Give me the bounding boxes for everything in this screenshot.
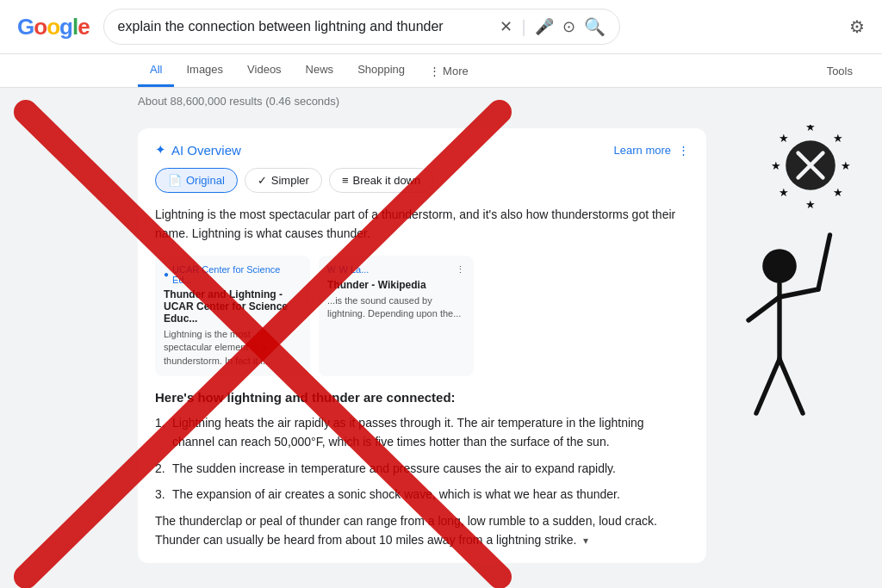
steps-list: Lightning heats the air rapidly as it pa… xyxy=(155,413,689,504)
svg-text:★: ★ xyxy=(805,199,816,211)
check-icon: ✓ xyxy=(258,174,267,187)
svg-text:★: ★ xyxy=(833,187,843,199)
how-connected-heading: Here's how lightning and thunder are con… xyxy=(155,390,689,405)
ucar-favicon: ● xyxy=(164,269,169,279)
svg-line-16 xyxy=(818,235,830,289)
svg-line-18 xyxy=(756,359,780,413)
chip-break-it-down[interactable]: ≡ Break it down xyxy=(329,168,433,193)
svg-text:★: ★ xyxy=(841,160,851,172)
svg-line-14 xyxy=(748,297,780,320)
source-cards: ● UCAR Center for Science Ed... Thunder … xyxy=(155,256,689,376)
source-title-wiki: Thunder - Wikipedia xyxy=(327,279,465,291)
chip-original[interactable]: 📄 Original xyxy=(155,168,238,193)
svg-text:★: ★ xyxy=(779,133,789,145)
svg-text:★: ★ xyxy=(805,125,816,133)
tab-more[interactable]: ⋮ More xyxy=(417,56,481,86)
microphone-icon[interactable]: 🎤 xyxy=(535,17,554,36)
stick-figure-area: ★ ★ ★ ★ ★ ★ ★ ★ xyxy=(701,103,873,491)
step-3: The expansion of air creates a sonic sho… xyxy=(155,485,689,504)
more-dots-icon: ⋮ xyxy=(429,65,440,77)
source-desc-ucar: Lightning is the most spectacular elemen… xyxy=(164,328,301,368)
step-1: Lightning heats the air rapidly as it pa… xyxy=(155,413,689,452)
ai-overview-card: ✦ AI Overview Learn more ⋮ 📄 Original ✓ … xyxy=(138,128,706,563)
ai-intro-text: Lightning is the most spectacular part o… xyxy=(155,205,689,244)
tab-shopping[interactable]: Shopping xyxy=(345,54,417,87)
source-card-ucar[interactable]: ● UCAR Center for Science Ed... Thunder … xyxy=(155,256,310,376)
ai-overview-header: ✦ AI Overview Learn more ⋮ xyxy=(155,142,689,158)
filter-chips: 📄 Original ✓ Simpler ≡ Break it down xyxy=(155,168,689,193)
tab-images[interactable]: Images xyxy=(174,54,235,87)
more-icon-wiki[interactable]: ⋮ xyxy=(456,264,465,275)
search-input[interactable] xyxy=(118,19,492,34)
svg-point-13 xyxy=(762,249,797,283)
list-icon: ≡ xyxy=(342,174,349,187)
source-domain-ucar: ● UCAR Center for Science Ed... xyxy=(164,264,301,285)
ai-learn-more[interactable]: Learn more ⋮ xyxy=(614,144,689,157)
search-icons: ✕ | 🎤 ⊙ 🔍 xyxy=(500,16,605,37)
svg-text:★: ★ xyxy=(771,160,781,172)
svg-line-15 xyxy=(780,289,818,297)
expand-bottom-icon[interactable]: ▾ xyxy=(583,535,588,547)
source-title-ucar: Thunder and Lightning - UCAR Center for … xyxy=(164,288,301,325)
chip-simpler[interactable]: ✓ Simpler xyxy=(245,168,322,193)
google-logo: Google xyxy=(17,14,90,40)
svg-text:★: ★ xyxy=(779,187,789,199)
tab-videos[interactable]: Videos xyxy=(235,54,294,87)
source-domain-wiki: W W La... ⋮ xyxy=(327,264,465,275)
more-label: More xyxy=(443,65,469,77)
tab-news[interactable]: News xyxy=(294,54,346,87)
doc-icon: 📄 xyxy=(168,174,182,187)
svg-line-19 xyxy=(780,359,803,413)
source-card-wiki[interactable]: W W La... ⋮ Thunder - Wikipedia ...is th… xyxy=(319,256,474,376)
search-bar[interactable]: ✕ | 🎤 ⊙ 🔍 xyxy=(103,9,620,45)
bottom-text: The thunderclap or peal of thunder can r… xyxy=(155,511,689,550)
ai-star-icon: ✦ xyxy=(155,142,166,158)
settings-icon[interactable]: ⚙ xyxy=(849,16,865,37)
ai-overview-title: ✦ AI Overview xyxy=(155,142,241,158)
wiki-favicon: W xyxy=(327,265,335,275)
source-desc-wiki: ...is the sound caused by lightning. Dep… xyxy=(327,294,465,321)
header: Google ✕ | 🎤 ⊙ 🔍 ⚙ xyxy=(0,0,882,54)
search-icon[interactable]: 🔍 xyxy=(584,16,606,37)
lens-icon[interactable]: ⊙ xyxy=(562,17,575,36)
clear-icon[interactable]: ✕ xyxy=(500,17,512,36)
more-options-icon[interactable]: ⋮ xyxy=(678,144,689,157)
step-2: The sudden increase in temperature and p… xyxy=(155,459,689,478)
nav-tabs: All Images Videos News Shopping ⋮ More T… xyxy=(0,54,882,88)
stick-figure-svg: ★ ★ ★ ★ ★ ★ ★ ★ xyxy=(710,125,865,469)
tab-tools[interactable]: Tools xyxy=(815,56,865,86)
tab-all[interactable]: All xyxy=(138,54,174,87)
svg-text:★: ★ xyxy=(833,133,843,145)
